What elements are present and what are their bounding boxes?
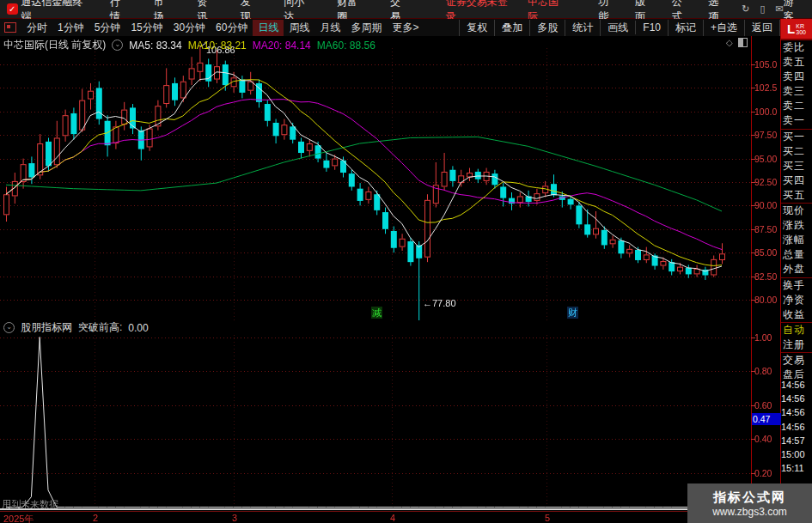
quote-sidebar: 委比卖五卖四卖三卖二卖一买一买二买三买四买五现价涨跌涨幅总量外盘换手净资收益自动… (781, 40, 812, 382)
timeframe-tab[interactable]: 月线 (314, 20, 345, 36)
axis-tick-label: 90.00 (754, 200, 780, 210)
sidebar-row[interactable]: 买五 (781, 188, 812, 203)
axis-tick-label: 82.50 (754, 271, 780, 282)
sidebar-row[interactable]: 总量 (781, 247, 812, 262)
axis-tick-label: 80.00 (754, 295, 780, 305)
diamond-icon[interactable]: ◇ (726, 38, 733, 47)
badge-letter: L (787, 21, 795, 36)
axis-tick-label: 0.40 (754, 434, 780, 444)
timeframe-tab[interactable]: 5分钟 (89, 20, 126, 36)
collapse-chevron-icon[interactable]: ⌄ (3, 322, 15, 333)
chart-title: 中芯国际(日线 前复权) (3, 38, 106, 52)
sidebar-row[interactable]: 注册 (781, 338, 812, 352)
sidebar-row[interactable]: 卖四 (781, 70, 812, 84)
timeframe-tab[interactable]: 15分钟 (125, 20, 168, 36)
axis-tick-label: 105.0 (754, 59, 780, 70)
sidebar-row[interactable]: 委比 (781, 40, 812, 55)
timeframe-tab[interactable]: 分时 (21, 20, 52, 36)
sidebar-row[interactable]: 涨跌 (781, 218, 812, 233)
axis-tick-label: 0.60 (754, 400, 780, 410)
x-axis-label: 2 (93, 513, 98, 523)
toolbar-button[interactable]: 标记 (668, 20, 703, 36)
refresh-icon[interactable]: ↻ (742, 3, 749, 15)
timeframe-tab[interactable]: 更多> (387, 20, 424, 36)
event-marker-reduce[interactable]: 减 (371, 307, 382, 319)
sidebar-row[interactable]: 外盘 (781, 262, 812, 277)
axis-tick-label: 102.5 (754, 82, 780, 93)
trade-time-item: 15:11 (781, 461, 812, 475)
sidebar-row[interactable]: 买二 (781, 144, 812, 159)
sidebar-row[interactable]: 交易 (781, 352, 812, 368)
trade-time-item: 15:00 (781, 447, 812, 461)
ma5-value-label: MA5: 83.34 (129, 40, 181, 52)
sidebar-row[interactable]: 收益 (781, 307, 812, 322)
timeframe-tab[interactable]: 多周期 (345, 20, 387, 36)
watermark-title: 指标公式网 (713, 490, 786, 506)
timeframe-tab[interactable]: 1分钟 (52, 20, 89, 36)
sidebar-row[interactable]: 卖二 (781, 99, 812, 113)
period-toolbar: 分时1分钟5分钟15分钟30分钟60分钟日线周线月线多周期更多> 复权叠加多股统… (0, 19, 780, 36)
sidebar-row[interactable]: 卖三 (781, 84, 812, 99)
sidebar-row[interactable]: 买三 (781, 159, 812, 173)
low-price-annotation: ←77.80 (423, 298, 456, 308)
timeframe-tab[interactable]: 60分钟 (211, 20, 253, 36)
ma60-value-label: MA60: 88.56 (317, 40, 375, 52)
x-axis-label: 2025年 (3, 513, 34, 523)
axis-tick-label: 97.50 (754, 130, 780, 140)
indicator-value: 0.00 (128, 322, 148, 334)
chart-title-row: 中芯国际(日线 前复权) ⌄ MA5: 83.34 MA10: 83.21 MA… (3, 38, 375, 52)
toolbar-button[interactable]: F10 (635, 21, 668, 34)
sidebar-row[interactable]: 卖一 (781, 113, 812, 128)
sidebar-row[interactable]: 买四 (781, 173, 812, 188)
toolbar-button[interactable]: 画线 (600, 20, 635, 36)
x-axis-label: 5 (545, 513, 550, 523)
sidebar-row[interactable]: 自动 (781, 322, 812, 338)
toolbar-button[interactable]: +自选 (703, 20, 744, 36)
candlestick-chart-canvas[interactable] (0, 36, 752, 320)
mail-icon[interactable]: ✉ (775, 3, 783, 15)
collapse-chevron-icon[interactable]: ⌄ (112, 40, 123, 51)
toolbar-button[interactable]: 返回 (744, 20, 780, 36)
indicator-source-label[interactable]: 股朋指标网 (21, 320, 72, 335)
ma10-value-label: MA10: 83.21 (188, 40, 247, 52)
future-data-warning: 用到未来数据 (2, 498, 58, 511)
axis-tick-label: 1.00 (754, 332, 780, 343)
timeframe-tabs: 分时1分钟5分钟15分钟30分钟60分钟日线周线月线多周期更多> (21, 20, 424, 36)
indicator-header: ⌄ 股朋指标网 突破前高: 0.00 (3, 320, 149, 335)
toolbar-button[interactable]: 叠加 (494, 20, 529, 36)
x-axis-label: 4 (390, 513, 395, 523)
sidebar-row[interactable]: 卖五 (781, 55, 812, 70)
split-pane-icon[interactable] (738, 38, 748, 47)
trade-time-item: 14:56 (781, 392, 812, 405)
sidebar-row[interactable]: 净资 (781, 293, 812, 307)
toolbar-button[interactable]: 多股 (529, 20, 565, 36)
menu-bar: ✓ 通达信金融终端 行情市场资讯发现问小达财富圈交易 证券交易未登录 中芯国际 … (0, 0, 812, 19)
trade-times-list: 14:5614:5614:5614:5614:5715:0015:11 (781, 378, 812, 475)
level-badge[interactable]: L KR 300 (781, 19, 812, 40)
x-axis-label: 3 (232, 513, 237, 523)
axis-tick-label: 87.50 (754, 224, 780, 234)
sidebar-row[interactable]: 现价 (781, 203, 812, 218)
axis-tick-label: 0.80 (754, 366, 780, 376)
badge-line2: 300 (796, 29, 806, 35)
timeframe-tab[interactable]: 30分钟 (168, 20, 211, 36)
mobile-icon[interactable]: ▯ (760, 3, 765, 15)
sidebar-row[interactable]: 换手 (781, 277, 812, 293)
axis-tick-label: 85.00 (754, 247, 780, 258)
timeframe-tab[interactable]: 周线 (284, 20, 314, 36)
panel-layout-icon[interactable] (4, 22, 16, 33)
timeframe-tab[interactable]: 日线 (253, 20, 284, 36)
watermark-url: www.zbgs3.com (712, 506, 787, 518)
toolbar-button[interactable]: 统计 (565, 20, 600, 36)
axis-tick-label: 92.50 (754, 177, 780, 187)
event-marker-finance[interactable]: 财 (567, 307, 578, 319)
trade-time-item: 14:56 (781, 405, 812, 419)
badge-line1: KR (796, 23, 806, 29)
indicator-chart-canvas[interactable] (0, 335, 752, 508)
toolbar-button[interactable]: 复权 (459, 20, 494, 36)
sidebar-row[interactable]: 涨幅 (781, 233, 812, 247)
menubar-icons: ↻ ▯ ✉ (742, 3, 784, 15)
axis-tick-label: 0.20 (754, 468, 780, 478)
sidebar-row[interactable]: 买一 (781, 129, 812, 144)
tdx-logo-icon: ✓ (7, 3, 18, 15)
